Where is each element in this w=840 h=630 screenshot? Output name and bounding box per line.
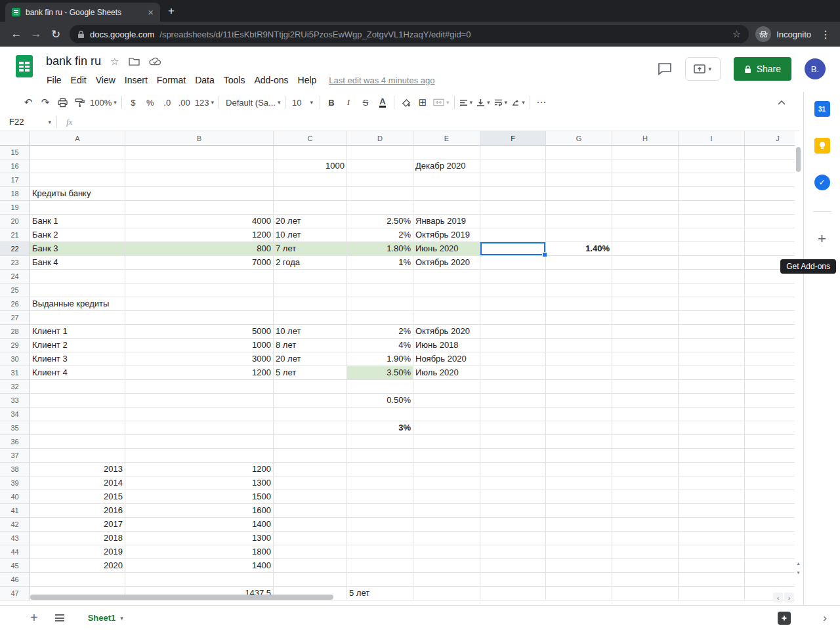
- cell-D38[interactable]: [347, 463, 413, 476]
- cell-A20[interactable]: Банк 1: [30, 215, 125, 228]
- cell-H46[interactable]: [612, 573, 679, 587]
- cell-I16[interactable]: [679, 159, 745, 173]
- column-header-F[interactable]: F: [480, 131, 546, 146]
- cell-A45[interactable]: 2020: [30, 559, 125, 573]
- row-header-33[interactable]: 33: [0, 394, 30, 408]
- cell-F45[interactable]: [480, 559, 546, 573]
- cell-J18[interactable]: [745, 187, 795, 201]
- cell-H25[interactable]: [612, 284, 679, 297]
- cell-B40[interactable]: 1500: [125, 490, 274, 504]
- cell-E29[interactable]: Июнь 2018: [413, 339, 480, 352]
- cell-A31[interactable]: Клиент 4: [30, 366, 125, 380]
- cell-F33[interactable]: [480, 394, 546, 408]
- cell-J25[interactable]: [745, 284, 795, 297]
- menu-format[interactable]: Format: [152, 73, 190, 87]
- cell-F29[interactable]: [480, 339, 546, 352]
- cell-H27[interactable]: [612, 311, 679, 325]
- cell-H43[interactable]: [612, 532, 679, 545]
- cell-D22[interactable]: 1.80%: [347, 242, 413, 256]
- cell-E22[interactable]: Июнь 2020: [413, 242, 480, 256]
- cell-B15[interactable]: [125, 146, 274, 159]
- cell-E34[interactable]: [413, 408, 480, 421]
- cell-F40[interactable]: [480, 490, 546, 504]
- cell-H20[interactable]: [612, 215, 679, 228]
- cell-B16[interactable]: [125, 159, 274, 173]
- cell-E20[interactable]: Январь 2019: [413, 215, 480, 228]
- cell-B27[interactable]: [125, 311, 274, 325]
- row-header-45[interactable]: 45: [0, 559, 30, 573]
- cell-A30[interactable]: Клиент 3: [30, 352, 125, 366]
- horizontal-scrollbar-thumb[interactable]: [30, 595, 333, 600]
- cloud-saved-icon[interactable]: [149, 57, 161, 66]
- cell-E42[interactable]: [413, 518, 480, 532]
- row-header-19[interactable]: 19: [0, 201, 30, 215]
- row-header-47[interactable]: 47: [0, 587, 30, 600]
- cell-F34[interactable]: [480, 408, 546, 421]
- all-sheets-icon[interactable]: [55, 614, 64, 621]
- add-sheet-button[interactable]: +: [30, 610, 38, 625]
- horizontal-scrollbar[interactable]: [30, 594, 772, 600]
- cell-I22[interactable]: [679, 242, 745, 256]
- cell-C19[interactable]: [274, 201, 347, 215]
- cell-C31[interactable]: 5 лет: [274, 366, 347, 380]
- cell-G23[interactable]: [546, 256, 612, 270]
- cell-C18[interactable]: [274, 187, 347, 201]
- cell-H15[interactable]: [612, 146, 679, 159]
- menu-tools[interactable]: Tools: [219, 73, 250, 87]
- cell-C22[interactable]: 7 лет: [274, 242, 347, 256]
- cell-D33[interactable]: 0.50%: [347, 394, 413, 408]
- cell-C33[interactable]: [274, 394, 347, 408]
- cell-H16[interactable]: [612, 159, 679, 173]
- cell-I33[interactable]: [679, 394, 745, 408]
- cell-A40[interactable]: 2015: [30, 490, 125, 504]
- cell-A24[interactable]: [30, 270, 125, 284]
- cell-E43[interactable]: [413, 532, 480, 545]
- cell-D28[interactable]: 2%: [347, 325, 413, 339]
- cell-E37[interactable]: [413, 449, 480, 463]
- cell-E17[interactable]: [413, 173, 480, 187]
- cell-G24[interactable]: [546, 270, 612, 284]
- cell-F24[interactable]: [480, 270, 546, 284]
- cell-G44[interactable]: [546, 545, 612, 559]
- get-add-ons-button[interactable]: +: [818, 230, 826, 247]
- cell-G43[interactable]: [546, 532, 612, 545]
- cell-C25[interactable]: [274, 284, 347, 297]
- url-bar[interactable]: docs.google.com/spreadsheets/d/11tEsKbtR…: [70, 25, 749, 43]
- row-header-27[interactable]: 27: [0, 311, 30, 325]
- cell-I21[interactable]: [679, 228, 745, 242]
- row-header-23[interactable]: 23: [0, 256, 30, 270]
- vertical-scrollbar-thumb[interactable]: [796, 147, 801, 172]
- reload-button[interactable]: ↻: [46, 24, 66, 44]
- cell-A22[interactable]: Банк 3: [30, 242, 125, 256]
- cell-G45[interactable]: [546, 559, 612, 573]
- row-header-16[interactable]: 16: [0, 159, 30, 173]
- cell-B46[interactable]: [125, 573, 274, 587]
- formula-input[interactable]: [81, 113, 799, 131]
- cell-G42[interactable]: [546, 518, 612, 532]
- cell-F38[interactable]: [480, 463, 546, 476]
- cell-G25[interactable]: [546, 284, 612, 297]
- cell-C38[interactable]: [274, 463, 347, 476]
- merge-cells-button[interactable]: ▾: [431, 94, 452, 110]
- row-header-28[interactable]: 28: [0, 325, 30, 339]
- cell-J46[interactable]: [745, 573, 795, 587]
- cell-F30[interactable]: [480, 352, 546, 366]
- cell-G38[interactable]: [546, 463, 612, 476]
- cell-A37[interactable]: [30, 449, 125, 463]
- cell-J35[interactable]: [745, 421, 795, 435]
- cell-D34[interactable]: [347, 408, 413, 421]
- cell-D27[interactable]: [347, 311, 413, 325]
- cell-B24[interactable]: [125, 270, 274, 284]
- row-header-40[interactable]: 40: [0, 490, 30, 504]
- strikethrough-button[interactable]: S: [357, 94, 374, 110]
- menu-add-ons[interactable]: Add-ons: [249, 73, 293, 87]
- cell-J21[interactable]: [745, 228, 795, 242]
- cell-F26[interactable]: [480, 297, 546, 311]
- cell-J36[interactable]: [745, 435, 795, 449]
- cell-H17[interactable]: [612, 173, 679, 187]
- cell-H30[interactable]: [612, 352, 679, 366]
- column-header-B[interactable]: B: [125, 131, 274, 146]
- cell-C42[interactable]: [274, 518, 347, 532]
- cell-C15[interactable]: [274, 146, 347, 159]
- cell-A18[interactable]: Кредиты банку: [30, 187, 125, 201]
